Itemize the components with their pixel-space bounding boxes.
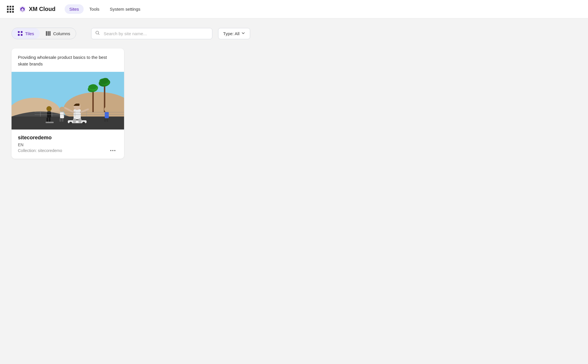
chevron-down-icon <box>241 31 245 36</box>
card-info: sitecoredemo EN Collection: sitecoredemo <box>12 130 124 159</box>
svg-rect-39 <box>105 112 109 118</box>
svg-rect-12 <box>92 89 94 112</box>
columns-view-button[interactable]: Columns <box>40 28 76 39</box>
svg-rect-27 <box>73 119 76 123</box>
columns-label: Columns <box>53 31 70 36</box>
svg-rect-33 <box>46 122 54 123</box>
card-image <box>12 72 124 130</box>
topbar: XM Cloud Sites Tools System settings <box>0 0 588 18</box>
logo-text: XM Cloud <box>29 6 55 12</box>
card-collection: Collection: sitecoredemo <box>18 148 62 153</box>
logo[interactable]: XM Cloud <box>18 5 55 13</box>
card-menu-button[interactable] <box>108 149 118 152</box>
svg-point-38 <box>104 107 109 112</box>
collection-label: Collection: <box>18 148 37 153</box>
tiles-view-button[interactable]: Tiles <box>12 28 40 39</box>
type-filter-label: Type: All <box>223 31 239 36</box>
svg-rect-5 <box>48 31 49 36</box>
svg-rect-37 <box>62 118 63 122</box>
apps-grid-icon[interactable] <box>7 6 14 13</box>
menu-dot-2 <box>112 150 113 151</box>
svg-rect-41 <box>106 118 108 122</box>
svg-rect-3 <box>21 34 23 36</box>
nav-item-sites[interactable]: Sites <box>65 4 83 14</box>
search-container <box>91 28 212 39</box>
svg-point-34 <box>59 107 65 112</box>
search-icon <box>95 31 100 36</box>
svg-rect-2 <box>18 34 20 36</box>
svg-rect-6 <box>49 31 50 36</box>
svg-point-22 <box>82 122 85 125</box>
svg-rect-36 <box>59 118 61 122</box>
svg-rect-40 <box>104 118 106 122</box>
menu-dot-3 <box>114 150 115 151</box>
cards-grid: Providing wholesale product basics to th… <box>12 48 576 159</box>
columns-icon <box>46 31 51 36</box>
search-input[interactable] <box>91 28 212 39</box>
card-language: EN <box>18 142 118 147</box>
svg-rect-31 <box>46 118 48 122</box>
svg-rect-4 <box>46 31 47 36</box>
svg-rect-32 <box>49 118 50 122</box>
view-toggle: Tiles Columns <box>12 28 76 39</box>
menu-dot-1 <box>110 150 111 151</box>
type-filter-button[interactable]: Type: All <box>218 28 250 39</box>
tiles-label: Tiles <box>25 31 34 36</box>
site-card: Providing wholesale product basics to th… <box>12 48 124 159</box>
card-description: Providing wholesale product basics to th… <box>12 48 124 72</box>
svg-rect-28 <box>78 119 81 123</box>
tiles-icon <box>18 31 23 36</box>
svg-point-21 <box>69 122 72 125</box>
nav-item-tools[interactable]: Tools <box>85 4 104 14</box>
topbar-nav: Sites Tools System settings <box>65 4 145 14</box>
svg-rect-1 <box>21 31 23 33</box>
toolbar: Tiles Columns <box>12 28 576 39</box>
xm-cloud-logo-icon <box>18 5 27 13</box>
svg-point-29 <box>46 106 52 111</box>
nav-item-system-settings[interactable]: System settings <box>105 4 145 14</box>
card-title: sitecoredemo <box>18 135 118 141</box>
main-content: Tiles Columns <box>0 18 588 364</box>
svg-rect-0 <box>18 31 20 33</box>
collection-value: sitecoredemo <box>38 148 62 153</box>
card-collection-row: Collection: sitecoredemo <box>18 148 118 153</box>
